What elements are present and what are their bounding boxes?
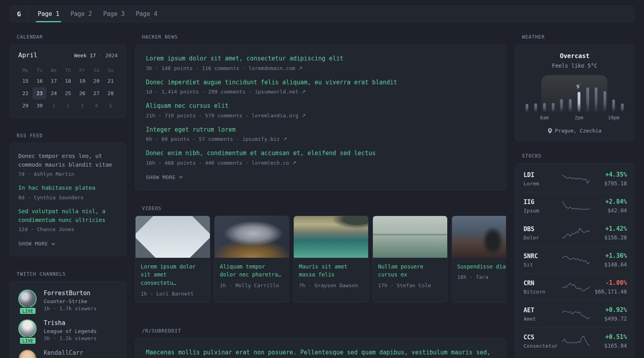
app-logo[interactable]: G <box>10 6 28 22</box>
feed-item: Donec enim nibh, condimentum et accumsan… <box>146 149 495 166</box>
stock-sparkline <box>562 307 590 321</box>
middle-column: HACKER NEWS Lorem ipsum dolor sit amet, … <box>135 34 506 358</box>
calendar-day[interactable]: 25 <box>61 87 75 99</box>
calendar-day[interactable]: 28 <box>103 87 118 99</box>
calendar-day[interactable]: 2 <box>61 99 75 112</box>
feed-item-meta-text: 6h · 60 points · 57 comments · ipsumify.… <box>146 136 280 142</box>
calendar-day[interactable]: 27 <box>89 87 104 99</box>
calendar-day[interactable]: 17 <box>47 75 61 87</box>
twitch-channel-name[interactable]: ForrestBurton <box>44 290 97 297</box>
rss-card: Donec tempor eros leo, ut commodo mauris… <box>10 143 126 256</box>
show-more-button[interactable]: SHOW MORE <box>146 174 183 180</box>
video-card[interactable]: Mauris sit amet massa felis7h · Grayson … <box>293 216 369 303</box>
video-title[interactable]: Aliquam tempor dolor nec pharetra… <box>220 263 284 279</box>
feed-item-meta-text: 8d · Cynthia Saunders <box>18 195 83 200</box>
calendar-day[interactable]: 19 <box>75 75 89 87</box>
calendar-day[interactable]: 1 <box>47 99 61 112</box>
external-link-icon: ↗ <box>301 89 306 95</box>
feed-item-title[interactable]: Donec enim nibh, condimentum et accumsan… <box>146 149 495 158</box>
stock-identity: AETAmet <box>524 307 562 322</box>
section-header-subreddit: /R/SUBREDDIT <box>142 328 506 334</box>
feed-item-title[interactable]: In hac habitasse platea <box>18 184 118 193</box>
stock-price: $156.28 <box>590 234 627 241</box>
weather-bar-slot <box>531 103 540 112</box>
tab-page-2[interactable]: Page 2 <box>70 6 92 22</box>
feed-item-title[interactable]: Sed volutpat nulla nisl, a condimentum n… <box>18 207 118 224</box>
twitch-channel-name[interactable]: Trisha <box>44 319 97 327</box>
feed-item: Donec tempor eros leo, ut commodo mauris… <box>18 152 118 177</box>
stock-company: Dolor <box>524 235 562 241</box>
separator-dot: · <box>99 53 102 58</box>
calendar-day[interactable]: 24 <box>47 87 61 99</box>
tab-page-3[interactable]: Page 3 <box>103 6 125 22</box>
calendar-day-selected[interactable]: 23 <box>33 87 47 99</box>
video-title[interactable]: Nullam posuere cursus ex <box>378 263 442 279</box>
twitch-channel-name[interactable]: KendallCarr <box>44 349 83 356</box>
calendar-day[interactable]: 18 <box>61 75 75 87</box>
calendar-day[interactable]: 20 <box>89 75 104 87</box>
tab-page-1[interactable]: Page 1 <box>37 6 60 22</box>
video-card[interactable]: Lorem ipsum dolor sit amet consectetu…1h… <box>135 216 210 303</box>
video-card[interactable]: Aliquam tempor dolor nec pharetra…1h · M… <box>214 216 289 303</box>
stock-change: +1.42% <box>590 225 627 232</box>
stock-price: $499.72 <box>590 315 627 322</box>
feed-item-title[interactable]: Donec imperdiet augue tincidunt felis al… <box>146 78 495 87</box>
calendar-week-year: Week 17 · 2024 <box>74 53 118 58</box>
twitch-channel-row[interactable]: KendallCarr <box>18 349 118 358</box>
calendar-day[interactable]: 29 <box>18 99 33 112</box>
calendar-day[interactable]: 22 <box>18 87 33 99</box>
calendar-day[interactable]: 3 <box>75 99 89 112</box>
video-meta: 17h · Stefan Cole <box>378 282 442 288</box>
video-thumbnail <box>373 216 447 258</box>
stock-company: Lorem <box>524 181 562 187</box>
section-header-twitch: TWITCH CHANNELS <box>17 271 126 277</box>
video-title[interactable]: Suspendisse diam <box>457 263 506 271</box>
stock-change: +1.36% <box>590 252 627 259</box>
weather-bar-slot <box>523 104 531 112</box>
feed-item-meta-text: 1d · 1,414 points · 299 comments · ipsum… <box>146 89 299 95</box>
feed-item: Lorem ipsum dolor sit amet, consectetur … <box>146 54 495 71</box>
twitch-channel-row[interactable]: LIVETrishaLeague of Legends3h · 1.2k vie… <box>18 319 118 341</box>
calendar-day[interactable]: 21 <box>103 75 118 87</box>
stock-row[interactable]: CCSConsectetur+0.51%$165.84 <box>524 327 626 354</box>
calendar-day[interactable]: 15 <box>18 75 33 87</box>
weather-bar <box>612 99 615 112</box>
calendar-header-row: April Week 17 · 2024 <box>18 51 118 59</box>
calendar-day[interactable]: 16 <box>33 75 47 87</box>
stock-row[interactable]: AHS+0.46% <box>524 354 626 358</box>
stock-price: $42.04 <box>590 207 627 214</box>
weather-condition: Overcast <box>523 53 627 60</box>
video-card[interactable]: Suspendisse diam18h · Tara <box>452 216 506 303</box>
calendar-day[interactable]: 30 <box>33 99 47 112</box>
stock-sparkline <box>562 226 590 240</box>
location-pin-icon <box>548 128 552 134</box>
feed-item-title[interactable]: Lorem ipsum dolor sit amet, consectetur … <box>146 54 495 63</box>
calendar-day[interactable]: 5 <box>103 99 118 112</box>
calendar-day[interactable]: 26 <box>75 87 89 99</box>
feed-item-title[interactable]: Maecenas mollis pulvinar erat non posuer… <box>146 348 495 358</box>
feed-item-title[interactable]: Integer eget rutrum lorem <box>146 125 495 134</box>
stock-row[interactable]: DBSDolor+1.42%$156.28 <box>524 219 626 246</box>
stock-identity: CRNBitcorn <box>524 280 562 295</box>
subreddit-card: Maecenas mollis pulvinar erat non posuer… <box>135 338 506 358</box>
show-more-button[interactable]: SHOW MORE <box>18 241 55 247</box>
weather-bar <box>543 103 546 112</box>
video-title[interactable]: Lorem ipsum dolor sit amet consectetu… <box>141 263 205 288</box>
avatar-wrap: LIVE <box>18 319 37 341</box>
feed-item-title[interactable]: Donec tempor eros leo, ut commodo mauris… <box>18 152 118 169</box>
calendar-card: April Week 17 · 2024 MoTuWeThFrSaSu 1516… <box>10 44 126 118</box>
stock-row[interactable]: AETAmet+0.92%$499.72 <box>524 300 626 327</box>
twitch-channel-row[interactable]: LIVEForrestBurtonCounter-Strike1h · 1.7k… <box>18 290 118 311</box>
video-card[interactable]: Nullam posuere cursus ex17h · Stefan Col… <box>372 216 448 303</box>
stock-row[interactable]: LDILorem+4.35%$795.18 <box>524 165 626 192</box>
video-thumbnail <box>215 216 289 258</box>
stock-row[interactable]: SNRCSit+1.36%$148.64 <box>524 246 626 273</box>
feed-item-title[interactable]: Aliquam nec cursus elit <box>146 101 495 111</box>
stock-row[interactable]: IIGIpsum+2.84%$42.04 <box>524 192 626 219</box>
video-title[interactable]: Mauris sit amet massa felis <box>299 263 363 279</box>
stock-row[interactable]: CRNBitcorn-1.00%$66,171.48 <box>524 273 626 300</box>
stock-change: -1.00% <box>590 279 627 286</box>
calendar-day[interactable]: 4 <box>89 99 104 112</box>
weather-bar <box>526 104 528 112</box>
tab-page-4[interactable]: Page 4 <box>136 6 158 22</box>
